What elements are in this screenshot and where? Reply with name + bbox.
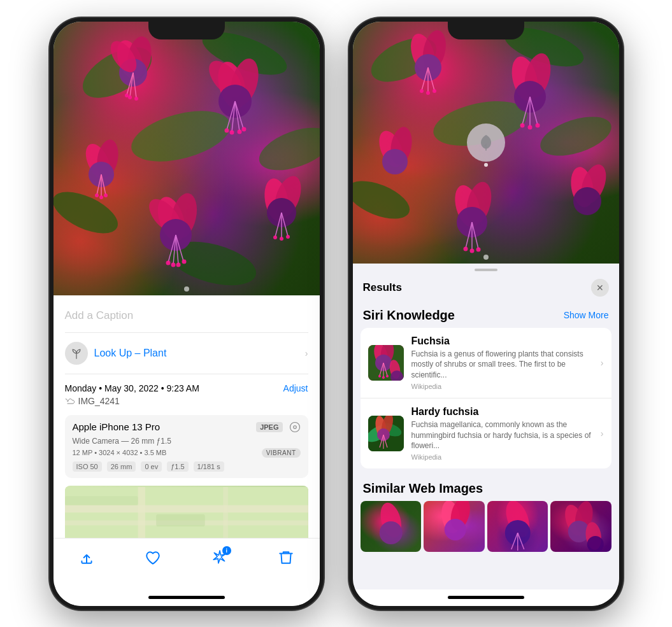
svg-point-13 [125, 94, 129, 97]
vibrant-badge: VIBRANT [262, 448, 301, 458]
date-text: Monday • May 30, 2022 • 9:23 AM [65, 383, 199, 393]
camera-badges: JPEG [256, 421, 300, 433]
svg-point-26 [237, 129, 241, 134]
fuchsia-item[interactable]: Fuchsia Fuchsia is a genus of flowering … [361, 328, 611, 398]
hardy-source: Wikipedia [411, 453, 593, 461]
info-badge-text: i [225, 547, 227, 554]
svg-point-59 [290, 422, 299, 432]
svg-rect-62 [65, 505, 308, 512]
leaf-icon [476, 132, 496, 153]
lens-text: Wide Camera — 26 mm ƒ1.5 [73, 437, 301, 446]
hardy-name: Hardy fuchsia [411, 406, 593, 418]
svg-point-60 [293, 425, 296, 428]
svg-point-45 [286, 235, 290, 239]
svg-point-116 [386, 375, 389, 377]
cloud-icon [65, 397, 75, 405]
share-icon [78, 549, 95, 566]
similar-image-1[interactable] [361, 501, 422, 552]
location-row: IMG_4241 [65, 396, 308, 406]
map-preview[interactable] [65, 486, 308, 538]
specs-text: 12 MP • 3024 × 4032 • 3.5 MB [73, 449, 167, 456]
lookup-chevron: › [305, 348, 308, 358]
similar-header: Similar Web Images [361, 476, 611, 501]
knowledge-card: Fuchsia Fuchsia is a genus of flowering … [361, 328, 611, 469]
jpeg-badge: JPEG [256, 422, 282, 432]
lookup-row[interactable]: Look Up – Plant › [65, 342, 308, 374]
svg-point-56 [176, 262, 180, 267]
delete-button[interactable] [273, 545, 299, 570]
camera-specs-row: 12 MP • 3024 × 4032 • 3.5 MB VIBRANT [73, 448, 301, 458]
right-home-indicator [353, 589, 619, 606]
date-row: Monday • May 30, 2022 • 9:23 AM Adjust [65, 383, 308, 393]
adjust-button[interactable]: Adjust [283, 383, 308, 393]
photo-display [54, 22, 320, 295]
svg-point-129 [379, 521, 402, 544]
svg-point-25 [229, 130, 234, 134]
home-bar [148, 596, 225, 599]
similar-image-4[interactable] [550, 501, 611, 552]
similar-image-3[interactable] [487, 501, 548, 552]
hardy-fuchsia-item[interactable]: Hardy fuchsia Fuchsia magellanica, commo… [361, 398, 611, 468]
svg-point-90 [535, 123, 540, 127]
fuchsia-name: Fuchsia [411, 335, 593, 347]
share-button[interactable] [74, 545, 99, 570]
similar-section: Similar Web Images [361, 476, 611, 552]
svg-point-35 [99, 195, 103, 199]
svg-point-72 [353, 173, 415, 226]
caption-input[interactable]: Add a Caption [65, 304, 308, 333]
trash-icon [278, 549, 294, 566]
heart-icon [145, 549, 161, 566]
left-phone: Add a Caption Look Up – Plant › Monday •… [50, 18, 324, 610]
camera-section: Apple iPhone 13 Pro JPEG Wide Camera — 2… [65, 415, 308, 478]
svg-point-34 [95, 194, 99, 197]
svg-point-27 [241, 127, 246, 131]
svg-point-24 [224, 128, 229, 132]
svg-point-15 [134, 97, 138, 101]
svg-point-80 [426, 91, 430, 95]
svg-point-4 [254, 119, 320, 179]
svg-point-44 [280, 237, 283, 241]
svg-point-79 [420, 89, 424, 93]
section-title: Siri Knowledge [363, 308, 455, 323]
exif-focal: 26 mm [107, 461, 136, 472]
drag-handle[interactable] [353, 264, 619, 276]
hardy-chevron: › [601, 428, 604, 439]
svg-point-114 [378, 375, 381, 377]
svg-point-55 [171, 262, 175, 267]
hardy-desc: Fuchsia magellanica, commonly known as t… [411, 419, 593, 451]
siri-knowledge-header: Siri Knowledge Show More [361, 303, 611, 328]
svg-point-88 [520, 123, 524, 127]
results-panel: Results ✕ Siri Knowledge Show More [353, 264, 619, 589]
drag-bar [475, 269, 497, 271]
info-button[interactable]: i [207, 545, 232, 570]
hardy-thumbnail [368, 416, 404, 451]
favorite-button[interactable] [140, 545, 166, 570]
visual-lookup-button[interactable] [467, 123, 505, 162]
fuchsia-desc: Fuchsia is a genus of flowering plants t… [411, 349, 593, 381]
svg-point-105 [476, 247, 480, 251]
svg-point-142 [587, 536, 604, 552]
svg-rect-64 [138, 487, 145, 538]
settings-icon[interactable] [289, 421, 301, 433]
right-home-bar [448, 596, 524, 599]
svg-point-132 [445, 519, 466, 540]
close-button[interactable]: ✕ [591, 279, 609, 297]
svg-point-104 [469, 248, 474, 253]
svg-point-57 [182, 259, 186, 264]
exif-aperture: ƒ1.5 [167, 461, 188, 472]
svg-point-54 [166, 260, 170, 265]
similar-title: Similar Web Images [363, 481, 483, 496]
right-photo-display [353, 22, 619, 264]
right-phone-screen: Results ✕ Siri Knowledge Show More [353, 22, 619, 606]
svg-point-58 [184, 286, 189, 292]
svg-point-81 [433, 89, 436, 93]
similar-image-2[interactable] [424, 501, 485, 552]
svg-point-43 [273, 236, 277, 239]
camera-header: Apple iPhone 13 Pro JPEG [73, 421, 301, 433]
exif-ev: 0 ev [141, 461, 162, 472]
home-indicator [54, 589, 320, 606]
left-phone-screen: Add a Caption Look Up – Plant › Monday •… [54, 22, 320, 606]
show-more-button[interactable]: Show More [564, 310, 609, 320]
svg-point-2 [125, 101, 236, 171]
fuchsia-source: Wikipedia [411, 383, 593, 390]
